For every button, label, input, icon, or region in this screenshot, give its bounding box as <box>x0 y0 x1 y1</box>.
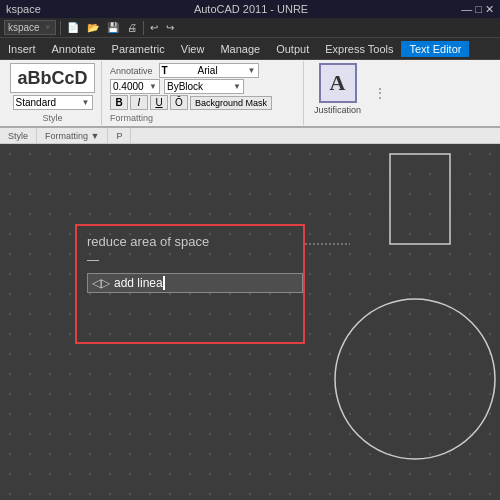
style-name-arrow[interactable]: ▼ <box>82 98 90 107</box>
font-combo[interactable]: T Arial ▼ <box>159 63 259 78</box>
color-combo[interactable]: ByBlock ▼ <box>164 79 244 94</box>
style-section-label: Style <box>0 128 37 143</box>
input-text: add linea <box>114 276 163 290</box>
bold-button[interactable]: B <box>110 95 128 110</box>
font-icon: T <box>162 65 168 76</box>
toolbar-icon-open[interactable]: 📂 <box>85 22 101 33</box>
cursor-symbol: ◁▷ <box>92 276 110 290</box>
section-labels-bar: Style Formatting ▼ P <box>0 128 500 144</box>
style-name-combo[interactable]: Standard ▼ <box>13 95 93 110</box>
workspace-combo[interactable]: kspace ▼ <box>4 20 56 35</box>
p-section-label: P <box>108 128 131 143</box>
format-row-2: 0.4000 ▼ ByBlock ▼ <box>110 79 244 94</box>
toolbar-icon-plot[interactable]: 🖨 <box>125 22 139 33</box>
menu-annotate[interactable]: Annotate <box>44 41 104 57</box>
style-name-row: Standard ▼ <box>13 95 93 110</box>
toolbar-icon-save[interactable]: 💾 <box>105 22 121 33</box>
formatting-group-label: Formatting <box>110 111 153 123</box>
title-text: AutoCAD 2011 - UNRE <box>194 3 308 15</box>
menu-insert[interactable]: Insert <box>0 41 44 57</box>
canvas-area[interactable]: reduce area of space — ◁▷ add linea <box>0 144 500 500</box>
canvas-text-main: reduce area of space <box>77 226 303 253</box>
justification-label: Justification <box>314 105 361 115</box>
ribbon-panel: aBbCcD Standard ▼ Style Annotative T Ari… <box>0 60 500 128</box>
toolbar-sep2 <box>143 21 144 35</box>
menu-output[interactable]: Output <box>268 41 317 57</box>
formatting-section-label[interactable]: Formatting ▼ <box>37 128 108 143</box>
text-cursor-box[interactable]: ◁▷ add linea <box>87 273 303 293</box>
ribbon-group-formatting: Annotative T Arial ▼ 0.4000 ▼ ByBlock ▼ … <box>104 61 304 125</box>
height-value: 0.4000 <box>113 81 144 92</box>
menu-text-editor[interactable]: Text Editor <box>401 41 469 57</box>
menu-bar: Insert Annotate Parametric View Manage O… <box>0 38 500 60</box>
color-arrow[interactable]: ▼ <box>233 82 241 91</box>
toolbar-row: kspace ▼ 📄 📂 💾 🖨 ↩ ↪ <box>0 18 500 38</box>
ribbon-group-style: aBbCcD Standard ▼ Style <box>4 61 102 125</box>
canvas-dash-line: — <box>77 253 303 267</box>
height-combo[interactable]: 0.4000 ▼ <box>110 79 160 94</box>
style-group-label: Style <box>42 111 62 123</box>
toolbar-icon-new[interactable]: 📄 <box>65 22 81 33</box>
height-arrow[interactable]: ▼ <box>149 82 157 91</box>
svg-rect-0 <box>390 154 450 244</box>
font-name: Arial <box>198 65 218 76</box>
background-mask-button[interactable]: Background Mask <box>190 96 272 110</box>
window-controls[interactable]: — □ ✕ <box>461 3 494 16</box>
format-row-1: Annotative T Arial ▼ <box>110 63 259 78</box>
style-preview-text: aBbCcD <box>17 68 87 89</box>
toolbar-separator <box>60 21 61 35</box>
style-preview-box: aBbCcD <box>10 63 95 93</box>
menu-view[interactable]: View <box>173 41 213 57</box>
workspace-label: kspace <box>6 3 41 15</box>
svg-point-1 <box>335 299 495 459</box>
justification-icon[interactable]: A <box>319 63 357 103</box>
italic-button[interactable]: I <box>130 95 148 110</box>
menu-manage[interactable]: Manage <box>212 41 268 57</box>
workspace-arrow[interactable]: ▼ <box>44 23 52 32</box>
title-bar: kspace AutoCAD 2011 - UNRE — □ ✕ <box>0 0 500 18</box>
text-cursor <box>163 276 165 290</box>
ribbon-group-justification: A Justification <box>306 61 369 125</box>
toolbar-icon-redo[interactable]: ↪ <box>164 22 176 33</box>
toolbar-icon-undo[interactable]: ↩ <box>148 22 160 33</box>
annotative-label: Annotative <box>110 66 153 76</box>
more-options[interactable]: ⋮ <box>371 61 389 125</box>
underline-button[interactable]: U <box>150 95 168 110</box>
font-arrow[interactable]: ▼ <box>248 66 256 75</box>
menu-express-tools[interactable]: Express Tools <box>317 41 401 57</box>
format-row-3: B I U Ō Background Mask <box>110 95 272 110</box>
text-input-area[interactable]: ◁▷ add linea <box>77 267 303 293</box>
menu-parametric[interactable]: Parametric <box>104 41 173 57</box>
overline-button[interactable]: Ō <box>170 95 188 110</box>
text-edit-box[interactable]: reduce area of space — ◁▷ add linea <box>75 224 305 344</box>
color-value: ByBlock <box>167 81 203 92</box>
